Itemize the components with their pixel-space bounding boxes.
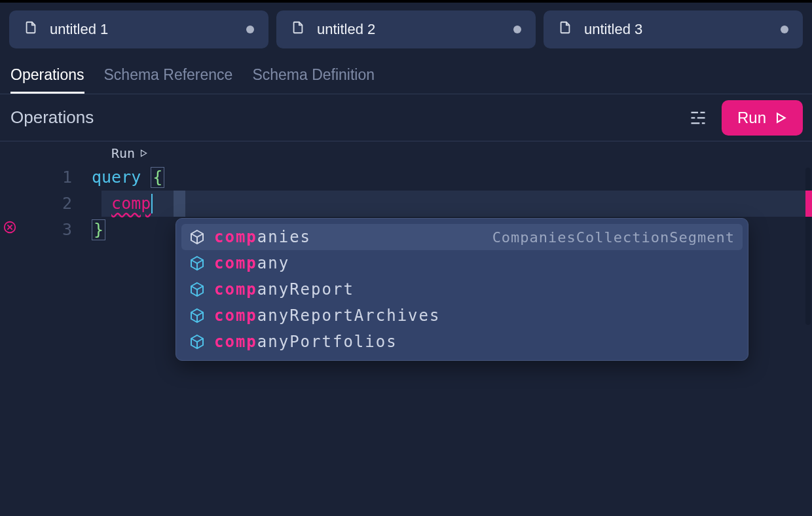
file-icon xyxy=(24,20,38,39)
autocomplete-item[interactable]: company xyxy=(181,250,743,276)
play-icon xyxy=(139,149,148,158)
tab-schema-reference[interactable]: Schema Reference xyxy=(104,57,233,93)
file-tab[interactable]: untitled 3 xyxy=(544,10,803,48)
run-button-label: Run xyxy=(737,109,766,127)
file-tab[interactable]: untitled 1 xyxy=(9,10,268,48)
svg-marker-7 xyxy=(141,150,147,156)
file-tab-label: untitled 3 xyxy=(584,21,781,38)
toolbar: Operations Run xyxy=(0,94,812,141)
type-cube-icon xyxy=(189,229,205,245)
current-line-highlight xyxy=(101,191,807,217)
autocomplete-item[interactable]: companiesCompaniesCollectionSegment xyxy=(181,224,743,250)
tab-operations[interactable]: Operations xyxy=(10,57,84,93)
page-title: Operations xyxy=(10,107,686,128)
text-cursor xyxy=(151,194,153,213)
autocomplete-detail: CompaniesCollectionSegment xyxy=(492,229,735,246)
svg-marker-6 xyxy=(777,113,785,122)
autocomplete-label: company xyxy=(214,254,289,272)
dirty-indicator-icon xyxy=(781,26,788,33)
autocomplete-label: companyReport xyxy=(214,280,354,299)
file-icon xyxy=(558,20,572,39)
autocomplete-item[interactable]: companyReportArchives xyxy=(181,303,743,329)
code-line[interactable]: comp xyxy=(92,191,164,217)
type-cube-icon xyxy=(189,255,205,271)
autocomplete-item[interactable]: companyReport xyxy=(181,276,743,303)
tab-schema-definition[interactable]: Schema Definition xyxy=(252,57,375,93)
autocomplete-popup: companiesCompaniesCollectionSegmentcompa… xyxy=(175,218,748,361)
code-line[interactable]: query { xyxy=(92,164,164,191)
file-tab-label: untitled 1 xyxy=(50,21,246,38)
run-button[interactable]: Run xyxy=(722,100,803,136)
type-cube-icon xyxy=(189,282,205,297)
file-tab[interactable]: untitled 2 xyxy=(276,10,536,48)
play-icon xyxy=(774,111,787,124)
dirty-indicator-icon xyxy=(246,26,254,33)
dirty-indicator-icon xyxy=(513,26,521,33)
error-stripe xyxy=(805,191,812,217)
type-cube-icon xyxy=(189,334,205,350)
autocomplete-label: companies xyxy=(214,228,311,246)
file-icon xyxy=(291,20,305,39)
format-button[interactable] xyxy=(686,106,710,130)
code-area[interactable]: query { comp} xyxy=(92,164,164,243)
error-icon[interactable] xyxy=(3,220,17,234)
file-tab-label: untitled 2 xyxy=(317,21,513,38)
file-tabs: untitled 1 untitled 2 untitled 3 xyxy=(0,3,812,56)
type-cube-icon xyxy=(189,308,205,323)
autocomplete-label: companyReportArchives xyxy=(214,306,440,325)
section-tabs: Operations Schema Reference Schema Defin… xyxy=(0,56,812,94)
autocomplete-label: companyPortfolios xyxy=(214,333,397,351)
code-line[interactable]: } xyxy=(92,217,164,243)
format-icon xyxy=(689,109,707,127)
run-codelens[interactable]: Run xyxy=(111,145,148,161)
code-editor[interactable]: Run 1 2 3 query { comp} companiesCompani… xyxy=(0,141,812,243)
autocomplete-item[interactable]: companyPortfolios xyxy=(181,329,743,355)
